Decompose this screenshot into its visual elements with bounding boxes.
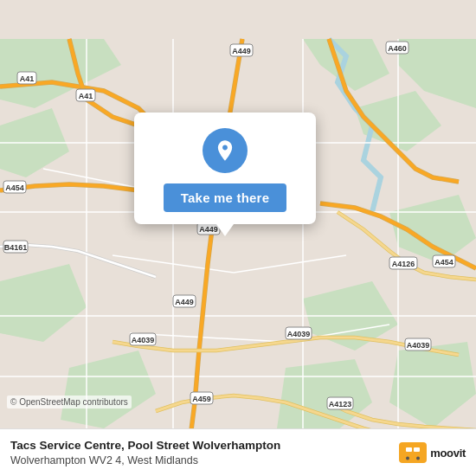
info-bar: Tacs Service Centre, Pool Street Wolverh… xyxy=(0,428,476,476)
svg-rect-45 xyxy=(414,447,420,452)
road-label-a4126: A4126 xyxy=(392,260,415,268)
road-label-b4161: B4161 xyxy=(4,243,28,252)
road-label-a4123: A4123 xyxy=(329,400,352,408)
road-label-a449-mid: A449 xyxy=(199,225,218,234)
road-label-a41-mid: A41 xyxy=(79,92,93,100)
svg-rect-44 xyxy=(406,447,412,452)
road-label-a41-top: A41 xyxy=(20,74,35,83)
moovit-bus-icon xyxy=(399,442,427,463)
road-label-a4039-rb: A4039 xyxy=(407,341,430,350)
svg-point-48 xyxy=(416,457,420,460)
map-container: A449 A460 A41 A41 A454 A454 A449 A4126 A… xyxy=(0,0,476,476)
road-label-a4039-right: A4039 xyxy=(287,330,311,338)
road-label-a454-right: A454 xyxy=(434,258,453,267)
place-address: Wolverhampton WV2 4, West Midlands xyxy=(10,453,390,467)
pin-icon xyxy=(203,128,248,173)
moovit-logo: moovit xyxy=(399,442,466,463)
svg-marker-8 xyxy=(61,351,156,428)
road-label-a460: A460 xyxy=(388,44,407,53)
moovit-wordmark: moovit xyxy=(430,447,466,460)
road-label-a454-left: A454 xyxy=(5,183,24,192)
svg-line-22 xyxy=(234,255,346,273)
road-label-a449-top: A449 xyxy=(232,47,251,55)
road-label-a449-bot: A449 xyxy=(175,298,194,306)
popup-card: Take me there xyxy=(134,113,316,224)
place-name: Tacs Service Centre, Pool Street Wolverh… xyxy=(10,438,390,453)
svg-marker-5 xyxy=(0,264,87,342)
take-me-there-button[interactable]: Take me there xyxy=(164,183,286,212)
svg-point-47 xyxy=(406,457,409,460)
osm-attribution: © OpenStreetMap contributors xyxy=(7,396,132,408)
svg-marker-10 xyxy=(389,342,476,428)
info-text: Tacs Service Centre, Pool Street Wolverh… xyxy=(10,438,390,467)
svg-rect-46 xyxy=(403,453,422,456)
road-label-a4039-left: A4039 xyxy=(132,336,155,344)
road-label-a459: A459 xyxy=(192,395,211,403)
svg-marker-1 xyxy=(303,39,389,91)
